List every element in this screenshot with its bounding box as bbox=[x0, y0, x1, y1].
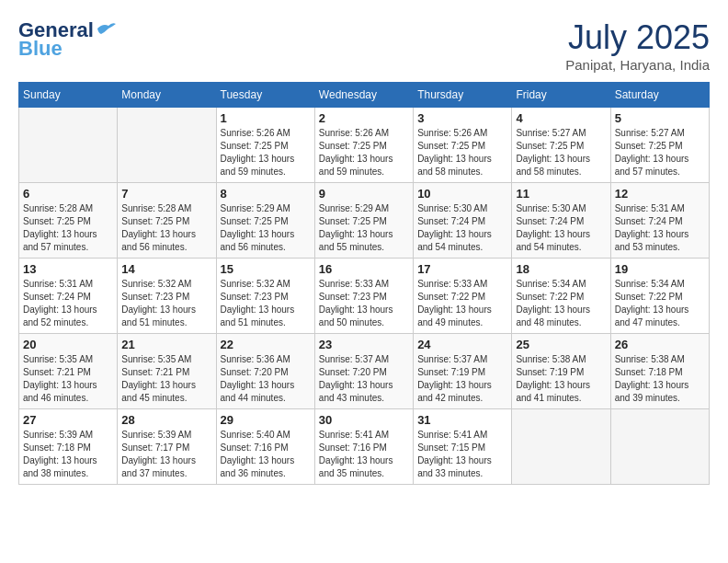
day-info: Sunrise: 5:31 AM Sunset: 7:24 PM Dayligh… bbox=[23, 278, 113, 329]
day-info: Sunrise: 5:35 AM Sunset: 7:21 PM Dayligh… bbox=[23, 353, 113, 405]
day-number: 31 bbox=[417, 413, 507, 427]
logo-blue: Blue bbox=[18, 37, 63, 61]
day-info: Sunrise: 5:41 AM Sunset: 7:16 PM Dayligh… bbox=[319, 429, 409, 480]
day-number: 23 bbox=[319, 338, 409, 351]
calendar-table: SundayMondayTuesdayWednesdayThursdayFrid… bbox=[18, 82, 710, 485]
day-info: Sunrise: 5:41 AM Sunset: 7:15 PM Dayligh… bbox=[417, 429, 507, 480]
day-number: 1 bbox=[221, 111, 311, 125]
calendar-day-cell: 24Sunrise: 5:37 AM Sunset: 7:19 PM Dayli… bbox=[414, 334, 512, 409]
calendar-week-row: 13Sunrise: 5:31 AM Sunset: 7:24 PM Dayli… bbox=[19, 259, 710, 334]
calendar-day-cell: 1Sunrise: 5:26 AM Sunset: 7:25 PM Daylig… bbox=[216, 108, 314, 183]
day-info: Sunrise: 5:33 AM Sunset: 7:22 PM Dayligh… bbox=[417, 278, 507, 329]
day-info: Sunrise: 5:38 AM Sunset: 7:19 PM Dayligh… bbox=[516, 353, 606, 405]
day-info: Sunrise: 5:27 AM Sunset: 7:25 PM Dayligh… bbox=[615, 127, 705, 178]
weekday-header: Thursday bbox=[414, 83, 512, 108]
calendar-week-row: 6Sunrise: 5:28 AM Sunset: 7:25 PM Daylig… bbox=[19, 183, 710, 259]
day-number: 20 bbox=[23, 338, 113, 351]
day-info: Sunrise: 5:26 AM Sunset: 7:25 PM Dayligh… bbox=[221, 127, 311, 178]
calendar-day-cell: 8Sunrise: 5:29 AM Sunset: 7:25 PM Daylig… bbox=[216, 183, 314, 259]
calendar-day-cell: 23Sunrise: 5:37 AM Sunset: 7:20 PM Dayli… bbox=[314, 334, 413, 409]
calendar-day-cell: 11Sunrise: 5:30 AM Sunset: 7:24 PM Dayli… bbox=[512, 183, 610, 259]
calendar-day-cell: 2Sunrise: 5:26 AM Sunset: 7:25 PM Daylig… bbox=[314, 108, 413, 183]
day-info: Sunrise: 5:37 AM Sunset: 7:19 PM Dayligh… bbox=[417, 353, 507, 405]
calendar-day-cell: 16Sunrise: 5:33 AM Sunset: 7:23 PM Dayli… bbox=[314, 259, 413, 334]
calendar-day-cell: 30Sunrise: 5:41 AM Sunset: 7:16 PM Dayli… bbox=[314, 409, 413, 485]
calendar-day-cell: 14Sunrise: 5:32 AM Sunset: 7:23 PM Dayli… bbox=[118, 259, 216, 334]
day-info: Sunrise: 5:38 AM Sunset: 7:18 PM Dayligh… bbox=[615, 353, 705, 405]
day-info: Sunrise: 5:28 AM Sunset: 7:25 PM Dayligh… bbox=[23, 202, 113, 254]
day-info: Sunrise: 5:30 AM Sunset: 7:24 PM Dayligh… bbox=[516, 202, 606, 254]
day-number: 5 bbox=[615, 111, 705, 125]
day-info: Sunrise: 5:39 AM Sunset: 7:17 PM Dayligh… bbox=[121, 429, 211, 480]
calendar-day-cell: 25Sunrise: 5:38 AM Sunset: 7:19 PM Dayli… bbox=[512, 334, 610, 409]
calendar-day-cell: 10Sunrise: 5:30 AM Sunset: 7:24 PM Dayli… bbox=[414, 183, 512, 259]
weekday-header: Tuesday bbox=[216, 83, 314, 108]
day-info: Sunrise: 5:39 AM Sunset: 7:18 PM Dayligh… bbox=[23, 429, 113, 480]
day-info: Sunrise: 5:26 AM Sunset: 7:25 PM Dayligh… bbox=[417, 127, 507, 178]
calendar-day-cell: 21Sunrise: 5:35 AM Sunset: 7:21 PM Dayli… bbox=[118, 334, 216, 409]
day-info: Sunrise: 5:30 AM Sunset: 7:24 PM Dayligh… bbox=[417, 202, 507, 254]
calendar-week-row: 1Sunrise: 5:26 AM Sunset: 7:25 PM Daylig… bbox=[19, 108, 710, 183]
weekday-header: Saturday bbox=[610, 83, 709, 108]
day-number: 10 bbox=[417, 187, 507, 201]
calendar-day-cell: 5Sunrise: 5:27 AM Sunset: 7:25 PM Daylig… bbox=[610, 108, 709, 183]
day-number: 24 bbox=[417, 338, 507, 351]
logo: General Blue bbox=[18, 18, 116, 61]
calendar-day-cell: 15Sunrise: 5:32 AM Sunset: 7:23 PM Dayli… bbox=[216, 259, 314, 334]
day-number: 9 bbox=[319, 187, 409, 201]
day-number: 25 bbox=[516, 338, 606, 351]
calendar-day-cell: 29Sunrise: 5:40 AM Sunset: 7:16 PM Dayli… bbox=[216, 409, 314, 485]
logo-bird-icon bbox=[96, 21, 116, 36]
day-number: 6 bbox=[23, 187, 113, 201]
calendar-day-cell: 3Sunrise: 5:26 AM Sunset: 7:25 PM Daylig… bbox=[414, 108, 512, 183]
day-info: Sunrise: 5:28 AM Sunset: 7:25 PM Dayligh… bbox=[121, 202, 211, 254]
weekday-header: Friday bbox=[512, 83, 610, 108]
day-info: Sunrise: 5:29 AM Sunset: 7:25 PM Dayligh… bbox=[221, 202, 311, 254]
day-number: 28 bbox=[121, 413, 211, 427]
calendar-empty-cell bbox=[118, 108, 216, 183]
day-number: 16 bbox=[319, 262, 409, 276]
calendar-day-cell: 7Sunrise: 5:28 AM Sunset: 7:25 PM Daylig… bbox=[118, 183, 216, 259]
day-info: Sunrise: 5:37 AM Sunset: 7:20 PM Dayligh… bbox=[319, 353, 409, 405]
calendar-day-cell: 20Sunrise: 5:35 AM Sunset: 7:21 PM Dayli… bbox=[19, 334, 118, 409]
title-area: July 2025 Panipat, Haryana, India bbox=[565, 18, 710, 73]
day-info: Sunrise: 5:40 AM Sunset: 7:16 PM Dayligh… bbox=[221, 429, 311, 480]
location: Panipat, Haryana, India bbox=[565, 57, 710, 73]
calendar-header-row: SundayMondayTuesdayWednesdayThursdayFrid… bbox=[19, 83, 710, 108]
day-info: Sunrise: 5:32 AM Sunset: 7:23 PM Dayligh… bbox=[121, 278, 211, 329]
day-info: Sunrise: 5:27 AM Sunset: 7:25 PM Dayligh… bbox=[516, 127, 606, 178]
weekday-header: Monday bbox=[118, 83, 216, 108]
calendar-empty-cell bbox=[610, 409, 709, 485]
page-header: General Blue July 2025 Panipat, Haryana,… bbox=[18, 18, 710, 73]
day-info: Sunrise: 5:32 AM Sunset: 7:23 PM Dayligh… bbox=[221, 278, 311, 329]
calendar-day-cell: 19Sunrise: 5:34 AM Sunset: 7:22 PM Dayli… bbox=[610, 259, 709, 334]
calendar-empty-cell bbox=[19, 108, 118, 183]
day-number: 11 bbox=[516, 187, 606, 201]
month-title: July 2025 bbox=[565, 18, 710, 57]
calendar-empty-cell bbox=[512, 409, 610, 485]
day-number: 27 bbox=[23, 413, 113, 427]
calendar-day-cell: 22Sunrise: 5:36 AM Sunset: 7:20 PM Dayli… bbox=[216, 334, 314, 409]
calendar-day-cell: 6Sunrise: 5:28 AM Sunset: 7:25 PM Daylig… bbox=[19, 183, 118, 259]
day-number: 21 bbox=[121, 338, 211, 351]
day-number: 3 bbox=[417, 111, 507, 125]
calendar-day-cell: 13Sunrise: 5:31 AM Sunset: 7:24 PM Dayli… bbox=[19, 259, 118, 334]
day-number: 18 bbox=[516, 262, 606, 276]
day-info: Sunrise: 5:33 AM Sunset: 7:23 PM Dayligh… bbox=[319, 278, 409, 329]
calendar-day-cell: 31Sunrise: 5:41 AM Sunset: 7:15 PM Dayli… bbox=[414, 409, 512, 485]
day-number: 2 bbox=[319, 111, 409, 125]
day-number: 8 bbox=[221, 187, 311, 201]
day-number: 4 bbox=[516, 111, 606, 125]
calendar-day-cell: 4Sunrise: 5:27 AM Sunset: 7:25 PM Daylig… bbox=[512, 108, 610, 183]
weekday-header: Sunday bbox=[19, 83, 118, 108]
day-info: Sunrise: 5:36 AM Sunset: 7:20 PM Dayligh… bbox=[221, 353, 311, 405]
day-number: 17 bbox=[417, 262, 507, 276]
calendar-day-cell: 26Sunrise: 5:38 AM Sunset: 7:18 PM Dayli… bbox=[610, 334, 709, 409]
day-number: 22 bbox=[221, 338, 311, 351]
calendar-day-cell: 17Sunrise: 5:33 AM Sunset: 7:22 PM Dayli… bbox=[414, 259, 512, 334]
day-info: Sunrise: 5:31 AM Sunset: 7:24 PM Dayligh… bbox=[615, 202, 705, 254]
day-number: 29 bbox=[221, 413, 311, 427]
day-number: 19 bbox=[615, 262, 705, 276]
day-number: 14 bbox=[121, 262, 211, 276]
day-info: Sunrise: 5:34 AM Sunset: 7:22 PM Dayligh… bbox=[615, 278, 705, 329]
